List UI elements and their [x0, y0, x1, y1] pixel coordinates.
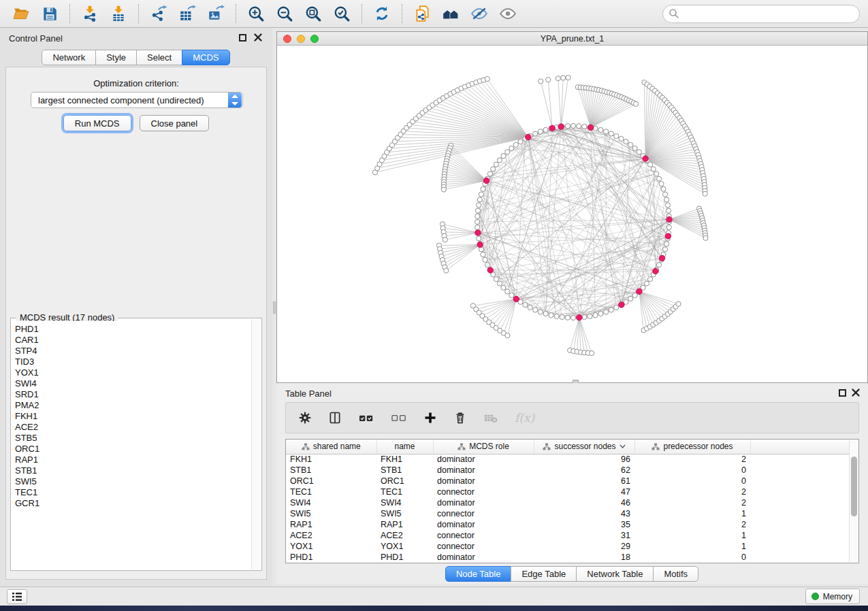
network-window-title: YPA_prune.txt_1 [277, 34, 867, 44]
tab-mcds[interactable]: MCDS [182, 50, 229, 65]
unchecked-boxes-icon [391, 411, 407, 425]
float-panel-button[interactable] [839, 389, 846, 397]
network-view-window: YPA_prune.txt_1 [276, 31, 868, 383]
function-builder-button[interactable]: f(x) [515, 411, 534, 425]
trash-icon [453, 411, 467, 425]
select-all-columns-button[interactable] [358, 411, 374, 425]
network-canvas[interactable] [277, 46, 867, 382]
run-mcds-button[interactable]: Run MCDS [63, 115, 131, 131]
create-column-button[interactable] [423, 411, 437, 425]
import-network-button[interactable] [77, 3, 103, 24]
mcds-result-item[interactable]: STP4 [15, 346, 251, 357]
table-row[interactable]: STB1STB1dominator620 [286, 465, 853, 476]
mcds-result-item[interactable]: PMA2 [15, 400, 251, 411]
table-cell: 2 [634, 519, 750, 530]
export-network-button[interactable] [146, 3, 172, 24]
tab-style[interactable]: Style [95, 50, 137, 65]
mcds-result-item[interactable]: GCR1 [15, 498, 251, 509]
open-session-button[interactable] [8, 3, 34, 24]
mcds-result-list[interactable]: PHD1CAR1STP4TID3YOX1SWI4SRD1PMA2FKH1ACE2… [12, 321, 251, 569]
sort-desc-icon [620, 444, 626, 448]
table-row[interactable]: ACE2ACE2connector311 [286, 530, 853, 541]
show-columns-button[interactable] [328, 411, 342, 425]
tab-select[interactable]: Select [136, 50, 182, 65]
first-neighbors-button[interactable] [438, 3, 464, 24]
column-header-MCDS-role[interactable]: MCDS role [433, 440, 534, 454]
table-row[interactable]: PHD1PHD1dominator180 [286, 552, 853, 563]
tab-node-table[interactable]: Node Table [445, 566, 512, 582]
tab-network[interactable]: Network [42, 50, 96, 65]
shared-column-icon [543, 443, 551, 450]
close-panel-button[interactable] [253, 33, 263, 42]
refresh-button[interactable] [369, 3, 395, 24]
show-all-button[interactable] [495, 3, 521, 24]
mcds-result-item[interactable]: PHD1 [15, 324, 251, 335]
hide-selected-button[interactable] [466, 3, 492, 24]
mcds-result-item[interactable]: TID3 [15, 357, 251, 367]
mcds-result-item[interactable]: YOX1 [15, 367, 251, 378]
table-cell: PHD1 [376, 552, 433, 563]
mcds-result-item[interactable]: SWI4 [15, 378, 251, 389]
table-row[interactable]: FKH1FKH1dominator962 [286, 454, 853, 465]
mcds-result-item[interactable]: CAR1 [15, 335, 251, 346]
table-row[interactable]: TEC1TEC1connector472 [286, 486, 853, 497]
zoom-selected-button[interactable] [329, 3, 355, 24]
mcds-result-item[interactable]: SRD1 [15, 389, 251, 400]
column-header-successor-nodes[interactable]: successor nodes [534, 440, 634, 454]
zoom-out-button[interactable] [272, 3, 298, 24]
table-row[interactable]: RAP1RAP1dominator352 [286, 519, 853, 530]
mcds-result-item[interactable]: STB1 [15, 465, 251, 476]
table-cell [750, 530, 853, 541]
network-window-titlebar[interactable]: YPA_prune.txt_1 [277, 32, 867, 46]
divider-grip-handle[interactable] [273, 301, 276, 314]
table-cell: ACE2 [286, 530, 376, 541]
delete-table-button[interactable] [483, 411, 498, 425]
mcds-list-scrollbar[interactable] [251, 319, 261, 569]
mcds-result-item[interactable]: ACE2 [15, 422, 251, 433]
zoom-fit-button[interactable] [300, 3, 326, 24]
memory-button[interactable]: Memory [805, 589, 860, 604]
table-row[interactable]: SWI4SWI4dominator462 [286, 497, 853, 508]
mcds-result-item[interactable]: STB5 [15, 433, 251, 444]
export-table-button[interactable] [174, 3, 200, 24]
table-cell: 29 [534, 541, 634, 552]
mcds-result-item[interactable]: TEC1 [15, 487, 251, 498]
table-row[interactable]: ORC1ORC1dominator610 [286, 476, 853, 486]
unselect-all-columns-button[interactable] [391, 411, 407, 425]
delete-table-icon [483, 411, 498, 425]
import-table-button[interactable] [106, 3, 131, 24]
task-history-button[interactable] [7, 589, 27, 604]
column-header-shared-name[interactable]: shared name [286, 440, 376, 454]
memory-label: Memory [823, 592, 852, 601]
table-options-button[interactable] [298, 411, 312, 425]
table-scrollbar-thumb[interactable] [851, 457, 857, 516]
new-network-from-selection-button[interactable] [409, 3, 435, 24]
save-session-button[interactable] [37, 3, 63, 24]
tab-network-table[interactable]: Network Table [576, 566, 654, 582]
table-cell: 1 [634, 541, 750, 552]
tab-edge-table[interactable]: Edge Table [511, 566, 577, 582]
zoom-in-button[interactable] [243, 3, 269, 24]
mcds-result-item[interactable]: RAP1 [15, 455, 251, 465]
search-input[interactable] [662, 5, 860, 23]
table-scrollbar[interactable] [849, 440, 858, 562]
float-panel-button[interactable] [239, 34, 246, 42]
column-header-name[interactable]: name [376, 440, 433, 454]
column-header-predecessor-nodes[interactable]: predecessor nodes [634, 440, 750, 454]
table-row[interactable]: YOX1YOX1connector291 [286, 541, 853, 552]
table-cell: TEC1 [286, 486, 376, 497]
mcds-result-item[interactable]: FKH1 [15, 411, 251, 422]
delete-columns-button[interactable] [453, 411, 467, 425]
table-cell: 0 [634, 552, 750, 563]
table-cell: connector [433, 541, 534, 552]
table-cell [750, 476, 853, 486]
table-cell: 18 [534, 552, 634, 563]
mcds-result-item[interactable]: ORC1 [15, 444, 251, 455]
close-panel-button[interactable]: Close panel [140, 115, 210, 131]
table-row[interactable]: SWI5SWI5connector431 [286, 508, 853, 519]
mcds-result-item[interactable]: SWI5 [15, 476, 251, 487]
tab-motifs[interactable]: Motifs [653, 566, 698, 582]
optimization-criterion-select[interactable]: largest connected component (undirected) [31, 92, 243, 108]
close-panel-button[interactable] [851, 388, 861, 397]
export-image-button[interactable] [203, 3, 229, 24]
